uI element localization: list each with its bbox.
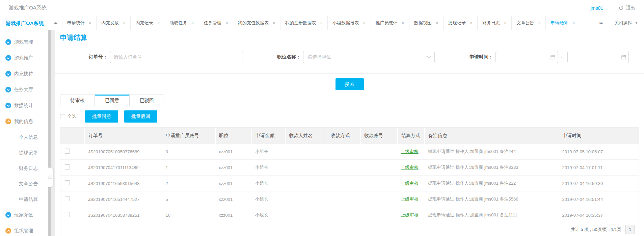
select-all-checkbox[interactable] <box>60 114 65 119</box>
cell-promoter-account: 5 <box>162 191 215 207</box>
row-checkbox[interactable] <box>65 164 70 169</box>
sidebar-item-recharge-support[interactable]: 内充扶持 <box>0 66 48 82</box>
sidebar-collapse-handle[interactable] <box>48 167 53 187</box>
tab-label: 任务管理 <box>204 20 221 26</box>
tab-close-icon[interactable]: × <box>436 20 438 26</box>
tab-close-icon[interactable]: × <box>123 20 126 26</box>
tabs-scroll-left-button[interactable]: ◀◀ <box>48 16 62 30</box>
position-select[interactable]: 请选择职位 <box>303 51 435 63</box>
nav-tab[interactable]: 内充记录× <box>131 16 165 30</box>
tab-close-icon[interactable]: × <box>320 20 323 26</box>
apply-time-end-input[interactable] <box>567 51 629 63</box>
sidebar-item-label: 内充扶持 <box>14 71 33 77</box>
tabs-scroll-right-button[interactable]: ▶▶ <box>594 16 608 30</box>
order-no-input[interactable] <box>110 51 243 63</box>
bulk-approve-button[interactable]: 批量同意 <box>85 110 118 123</box>
tab-close-icon[interactable]: × <box>538 20 541 26</box>
tab-close-icon[interactable]: × <box>157 20 160 26</box>
sidebar-subitem-personal-info[interactable]: 个人信息 <box>0 129 48 145</box>
logout-button[interactable]: 退出 <box>619 5 635 11</box>
tab-close-icon[interactable]: × <box>504 20 507 26</box>
cell-payee-name <box>285 144 327 160</box>
sidebar-item-game-promo[interactable]: 游戏推广 <box>0 50 48 66</box>
sidebar-title: 游戏推广OA系统 <box>0 16 48 30</box>
bulk-reject-button[interactable]: 批量驳回 <box>124 110 157 123</box>
top-header: 游戏推广OA系统 jms01 退出 <box>0 0 644 16</box>
row-checkbox[interactable] <box>65 149 70 154</box>
tab-approved[interactable]: 已同意 <box>95 95 130 106</box>
username-link[interactable]: jms01 <box>591 5 603 11</box>
cell-pay-account <box>360 176 398 191</box>
table-row: JS2019070416514447527 5 xzz001 小组长 上级审核 … <box>60 191 639 207</box>
cell-pay-account <box>360 144 398 160</box>
tab-label: 提现记录 <box>448 20 466 26</box>
nav-tab[interactable]: 任务管理× <box>199 16 233 30</box>
sidebar-item-player-recharge[interactable]: 玩家充值 <box>0 207 48 223</box>
tab-label: 小组数据报表 <box>332 20 359 26</box>
col-payee-name: 收款人姓名 <box>285 128 327 144</box>
sidebar-item-label: 任务大厅 <box>14 87 33 93</box>
status-tabs: 待审核 已同意 已驳回 <box>60 95 639 106</box>
settle-method-link[interactable]: 上级审核 <box>401 165 419 170</box>
tab-close-icon[interactable]: × <box>273 20 275 26</box>
chevron-down-icon <box>5 103 11 108</box>
tab-close-icon[interactable]: × <box>191 20 194 26</box>
sidebar-item-org-manage[interactable]: 组织管理 <box>0 223 48 236</box>
col-pay-method: 收款方式 <box>327 128 360 144</box>
search-button[interactable]: 搜索 <box>336 78 364 90</box>
apply-time-label: 申请时间： <box>469 54 493 60</box>
settle-method-link[interactable]: 上级审核 <box>401 181 419 186</box>
sidebar-item-data-stats[interactable]: 数据统计 <box>0 98 48 113</box>
sidebar-subitem-withdraw-records[interactable]: 提现记录 <box>0 145 48 160</box>
sidebar-item-game-manage[interactable]: 游戏管理 <box>0 34 48 50</box>
tab-label: 我的注册数据表 <box>285 20 316 26</box>
settle-method-link[interactable]: 上级审核 <box>401 149 419 154</box>
cell-order-no: JS2019070416514447527 <box>85 191 162 207</box>
nav-tab[interactable]: 小组数据报表× <box>328 16 371 30</box>
tab-close-icon[interactable]: × <box>402 20 404 26</box>
nav-tab[interactable]: 申请统计× <box>62 16 97 30</box>
close-operations-dropdown[interactable]: 关闭操作 ▼ <box>608 16 644 30</box>
nav-tab[interactable]: 财务日志× <box>478 16 512 30</box>
row-checkbox[interactable] <box>65 180 70 185</box>
tab-close-icon[interactable]: × <box>89 20 91 26</box>
apply-time-start-input[interactable] <box>495 51 558 63</box>
sidebar-subitem-finance-log[interactable]: 财务日志 <box>0 160 48 176</box>
nav-tab[interactable]: 内充发放× <box>97 16 131 30</box>
tab-label: 文章公告 <box>516 20 534 26</box>
app-title: 游戏推广OA系统 <box>9 5 47 11</box>
cell-remark: 提现申请通过 操作人:加盟商 jms001 备注3333 <box>425 160 559 176</box>
nav-tab[interactable]: 推广员统计× <box>371 16 409 30</box>
nav-tab[interactable]: 文章公告× <box>512 16 546 30</box>
tab-label: 我的充值数据表 <box>238 20 269 26</box>
row-checkbox[interactable] <box>65 196 70 201</box>
cell-position: xzz001 <box>215 191 252 207</box>
sidebar-item-my-info[interactable]: 我的信息 <box>0 113 48 129</box>
nav-tab[interactable]: 提现记录× <box>444 16 478 30</box>
sidebar-subitem-announcements[interactable]: 文章公告 <box>0 176 48 191</box>
nav-tab[interactable]: 领取任务× <box>165 16 199 30</box>
tab-close-icon[interactable]: × <box>363 20 366 26</box>
tab-close-icon[interactable]: × <box>225 20 228 26</box>
tab-pending-review[interactable]: 待审核 <box>60 95 95 106</box>
settle-method-link[interactable]: 上级审核 <box>401 196 419 202</box>
cell-promoter-account: 3 <box>162 144 215 160</box>
nav-tab[interactable]: 我的充值数据表× <box>233 16 280 30</box>
nav-tab[interactable]: 我的注册数据表× <box>280 16 328 30</box>
chevron-down-icon <box>5 212 11 218</box>
settle-method-link[interactable]: 上级审核 <box>401 212 419 217</box>
tab-close-icon[interactable]: × <box>470 20 473 26</box>
tab-label: 领取任务 <box>170 20 187 26</box>
page-number-button[interactable]: 1 <box>625 225 635 234</box>
sidebar-item-task-hall[interactable]: 任务大厅 <box>0 82 48 98</box>
cell-remark: 提现申请通过 操作人:加盟商 jms001 备注444 <box>425 144 559 160</box>
sidebar-item-label: 游戏推广 <box>14 55 33 61</box>
row-checkbox[interactable] <box>65 212 70 217</box>
header-checkbox-col <box>60 128 85 144</box>
nav-tab[interactable]: 数据视图× <box>409 16 444 30</box>
sidebar-subitem-apply-settlement[interactable]: 申请结算 <box>0 191 48 207</box>
tab-rejected[interactable]: 已驳回 <box>130 95 164 106</box>
tab-close-icon[interactable]: × <box>572 20 575 26</box>
sidebar-item-label: 我的信息 <box>14 119 33 125</box>
nav-tab-active[interactable]: 申请结算× <box>546 16 580 30</box>
